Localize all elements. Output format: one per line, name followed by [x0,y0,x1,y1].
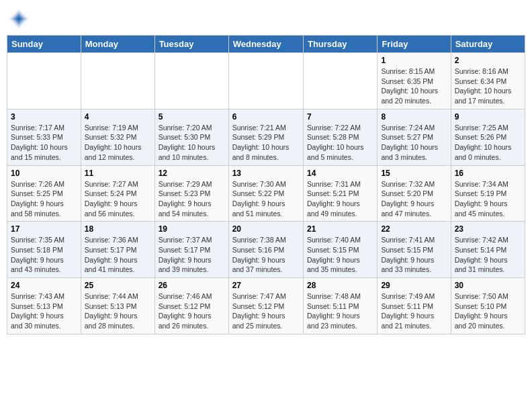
logo-icon [7,7,31,31]
day-cell: 12Sunrise: 7:29 AM Sunset: 5:23 PM Dayli… [154,165,228,222]
day-number: 30 [455,281,521,290]
day-number: 1 [381,56,447,65]
day-cell: 23Sunrise: 7:42 AM Sunset: 5:14 PM Dayli… [451,222,525,278]
day-info: Sunrise: 7:47 AM Sunset: 5:12 PM Dayligh… [232,291,300,331]
day-cell: 1Sunrise: 8:15 AM Sunset: 6:35 PM Daylig… [378,53,451,109]
weekday-header-saturday: Saturday [451,36,525,53]
day-cell: 19Sunrise: 7:37 AM Sunset: 5:17 PM Dayli… [154,222,228,278]
weekday-header-tuesday: Tuesday [154,36,228,53]
day-info: Sunrise: 7:46 AM Sunset: 5:12 PM Dayligh… [159,291,225,331]
day-number: 15 [381,169,447,178]
logo [7,7,34,31]
day-cell: 25Sunrise: 7:44 AM Sunset: 5:13 PM Dayli… [81,278,154,334]
day-cell: 11Sunrise: 7:27 AM Sunset: 5:24 PM Dayli… [81,165,154,222]
day-number: 28 [307,281,373,290]
day-number: 7 [307,112,373,122]
day-info: Sunrise: 7:24 AM Sunset: 5:27 PM Dayligh… [381,123,447,163]
day-info: Sunrise: 8:16 AM Sunset: 6:34 PM Dayligh… [455,66,521,106]
day-info: Sunrise: 8:15 AM Sunset: 6:35 PM Dayligh… [381,66,447,106]
weekday-header-row: SundayMondayTuesdayWednesdayThursdayFrid… [7,36,525,53]
day-number: 17 [11,224,77,234]
day-number: 2 [455,56,521,65]
day-cell [81,53,154,109]
day-number: 29 [381,281,447,290]
day-info: Sunrise: 7:35 AM Sunset: 5:18 PM Dayligh… [11,235,77,275]
day-number: 3 [11,112,77,122]
day-info: Sunrise: 7:44 AM Sunset: 5:13 PM Dayligh… [85,291,151,331]
day-info: Sunrise: 7:19 AM Sunset: 5:32 PM Dayligh… [85,123,151,163]
day-info: Sunrise: 7:40 AM Sunset: 5:15 PM Dayligh… [307,235,373,275]
day-cell: 22Sunrise: 7:41 AM Sunset: 5:15 PM Dayli… [378,222,451,278]
day-number: 13 [232,169,300,178]
day-cell: 9Sunrise: 7:25 AM Sunset: 5:26 PM Daylig… [451,109,525,165]
day-cell: 30Sunrise: 7:50 AM Sunset: 5:10 PM Dayli… [451,278,525,334]
day-cell: 28Sunrise: 7:48 AM Sunset: 5:11 PM Dayli… [303,278,377,334]
day-number: 24 [11,281,77,290]
day-cell: 10Sunrise: 7:26 AM Sunset: 5:25 PM Dayli… [7,165,81,222]
day-info: Sunrise: 7:48 AM Sunset: 5:11 PM Dayligh… [307,291,373,331]
week-row-1: 1Sunrise: 8:15 AM Sunset: 6:35 PM Daylig… [7,53,525,109]
week-row-4: 17Sunrise: 7:35 AM Sunset: 5:18 PM Dayli… [7,222,525,278]
day-number: 16 [455,169,521,178]
weekday-header-thursday: Thursday [303,36,377,53]
day-number: 23 [455,224,521,234]
day-cell: 27Sunrise: 7:47 AM Sunset: 5:12 PM Dayli… [228,278,303,334]
day-number: 21 [307,224,373,234]
day-number: 8 [381,112,447,122]
day-info: Sunrise: 7:50 AM Sunset: 5:10 PM Dayligh… [455,291,521,331]
day-cell [228,53,303,109]
day-info: Sunrise: 7:42 AM Sunset: 5:14 PM Dayligh… [455,235,521,275]
day-info: Sunrise: 7:25 AM Sunset: 5:26 PM Dayligh… [455,123,521,163]
day-cell: 24Sunrise: 7:43 AM Sunset: 5:13 PM Dayli… [7,278,81,334]
day-cell: 8Sunrise: 7:24 AM Sunset: 5:27 PM Daylig… [378,109,451,165]
day-number: 27 [232,281,300,290]
day-number: 19 [159,224,225,234]
day-number: 9 [455,112,521,122]
day-info: Sunrise: 7:36 AM Sunset: 5:17 PM Dayligh… [85,235,151,275]
day-cell: 21Sunrise: 7:40 AM Sunset: 5:15 PM Dayli… [303,222,377,278]
day-info: Sunrise: 7:21 AM Sunset: 5:29 PM Dayligh… [232,123,300,163]
day-info: Sunrise: 7:41 AM Sunset: 5:15 PM Dayligh… [381,235,447,275]
week-row-2: 3Sunrise: 7:17 AM Sunset: 5:33 PM Daylig… [7,109,525,165]
day-number: 6 [232,112,300,122]
day-info: Sunrise: 7:22 AM Sunset: 5:28 PM Dayligh… [307,123,373,163]
day-number: 20 [232,224,300,234]
day-info: Sunrise: 7:34 AM Sunset: 5:19 PM Dayligh… [455,179,521,219]
day-info: Sunrise: 7:29 AM Sunset: 5:23 PM Dayligh… [159,179,225,219]
day-number: 4 [85,112,151,122]
day-number: 10 [11,169,77,178]
day-cell: 4Sunrise: 7:19 AM Sunset: 5:32 PM Daylig… [81,109,154,165]
day-cell: 7Sunrise: 7:22 AM Sunset: 5:28 PM Daylig… [303,109,377,165]
day-cell: 29Sunrise: 7:49 AM Sunset: 5:11 PM Dayli… [378,278,451,334]
day-cell: 5Sunrise: 7:20 AM Sunset: 5:30 PM Daylig… [154,109,228,165]
page-header [7,7,525,31]
day-cell: 16Sunrise: 7:34 AM Sunset: 5:19 PM Dayli… [451,165,525,222]
day-cell: 18Sunrise: 7:36 AM Sunset: 5:17 PM Dayli… [81,222,154,278]
day-cell: 6Sunrise: 7:21 AM Sunset: 5:29 PM Daylig… [228,109,303,165]
day-number: 14 [307,169,373,178]
weekday-header-sunday: Sunday [7,36,81,53]
calendar-table: SundayMondayTuesdayWednesdayThursdayFrid… [7,35,525,334]
day-info: Sunrise: 7:37 AM Sunset: 5:17 PM Dayligh… [159,235,225,275]
day-info: Sunrise: 7:17 AM Sunset: 5:33 PM Dayligh… [11,123,77,163]
day-cell: 15Sunrise: 7:32 AM Sunset: 5:20 PM Dayli… [378,165,451,222]
day-cell: 13Sunrise: 7:30 AM Sunset: 5:22 PM Dayli… [228,165,303,222]
day-cell [303,53,377,109]
day-cell [7,53,81,109]
day-info: Sunrise: 7:31 AM Sunset: 5:21 PM Dayligh… [307,179,373,219]
day-info: Sunrise: 7:27 AM Sunset: 5:24 PM Dayligh… [85,179,151,219]
day-info: Sunrise: 7:38 AM Sunset: 5:16 PM Dayligh… [232,235,300,275]
day-number: 11 [85,169,151,178]
day-number: 26 [159,281,225,290]
day-number: 18 [85,224,151,234]
weekday-header-friday: Friday [378,36,451,53]
day-cell: 26Sunrise: 7:46 AM Sunset: 5:12 PM Dayli… [154,278,228,334]
weekday-header-monday: Monday [81,36,154,53]
day-cell: 20Sunrise: 7:38 AM Sunset: 5:16 PM Dayli… [228,222,303,278]
day-cell: 14Sunrise: 7:31 AM Sunset: 5:21 PM Dayli… [303,165,377,222]
day-cell: 17Sunrise: 7:35 AM Sunset: 5:18 PM Dayli… [7,222,81,278]
day-number: 12 [159,169,225,178]
day-info: Sunrise: 7:49 AM Sunset: 5:11 PM Dayligh… [381,291,447,331]
day-number: 22 [381,224,447,234]
week-row-5: 24Sunrise: 7:43 AM Sunset: 5:13 PM Dayli… [7,278,525,334]
